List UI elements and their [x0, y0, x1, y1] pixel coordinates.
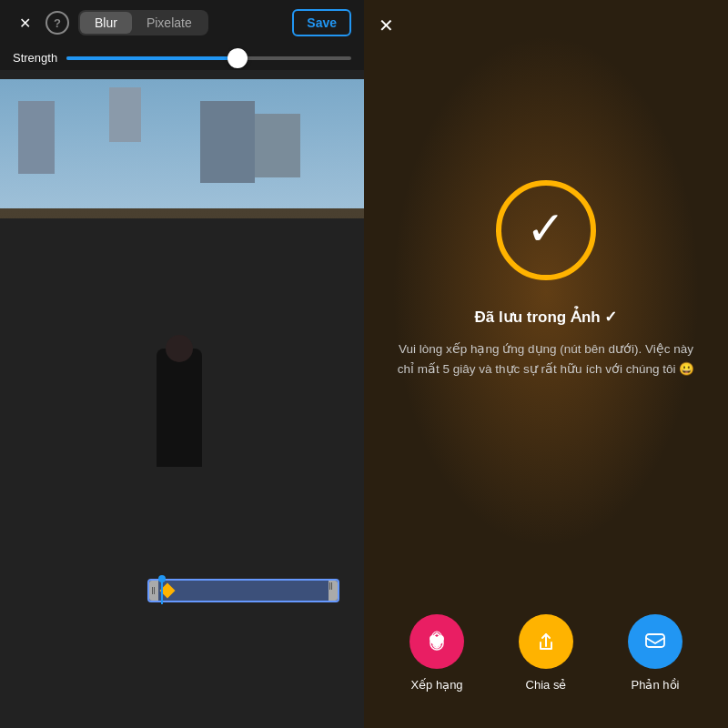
selection-track[interactable] [7, 579, 357, 604]
right-close-button[interactable]: ✕ [379, 15, 394, 36]
checkmark-icon: ✓ [526, 205, 566, 252]
saved-title: Đã lưu trong Ảnh ✓ [475, 308, 618, 327]
right-panel: ✕ ✓ Đã lưu trong Ảnh ✓ Vui lòng xếp hạng… [364, 0, 728, 728]
slider-thumb[interactable] [228, 48, 248, 68]
rate-icon-circle [410, 614, 464, 669]
strength-label: Strength [13, 51, 57, 65]
thumbnails [0, 521, 364, 575]
share-icon-circle [519, 614, 573, 669]
tab-blur[interactable]: Blur [80, 12, 132, 34]
share-button[interactable]: Chia sẻ [519, 614, 573, 692]
selection-handle-right[interactable] [329, 581, 338, 601]
top-bar: ✕ ? Blur Pixelate Save [0, 0, 364, 46]
tab-pixelate[interactable]: Pixelate [132, 12, 207, 34]
success-content: ✓ Đã lưu trong Ảnh ✓ Vui lòng xếp hạng ứ… [364, 0, 728, 596]
thumb-4 [157, 521, 207, 575]
saved-description: Vui lòng xếp hạng ứng dụng (nút bên dưới… [391, 339, 701, 379]
rate-label: Xếp hạng [410, 678, 462, 692]
feedback-button[interactable]: Phản hồi [628, 614, 682, 692]
svg-rect-3 [331, 582, 332, 590]
svg-rect-2 [329, 582, 330, 590]
filter-tabs: Blur Pixelate [78, 10, 208, 35]
help-button[interactable]: ? [46, 11, 69, 35]
selection-handle-left[interactable] [149, 581, 158, 601]
svg-rect-1 [154, 587, 155, 594]
save-button[interactable]: Save [292, 9, 351, 36]
feedback-icon-circle [628, 614, 682, 669]
svg-rect-16 [646, 634, 664, 647]
svg-rect-0 [152, 587, 153, 594]
success-circle: ✓ [496, 180, 596, 280]
strength-slider[interactable] [66, 56, 351, 60]
action-buttons: Xếp hạng Chia sẻ Phản hồi [364, 596, 728, 728]
close-button[interactable]: ✕ [13, 11, 36, 35]
strength-control: Strength [0, 46, 364, 70]
slider-fill [66, 56, 238, 60]
feedback-label: Phản hồi [632, 678, 680, 692]
left-panel: ✕ ? Blur Pixelate Save Strength [0, 0, 364, 728]
playhead [161, 579, 163, 604]
playhead-top [158, 575, 166, 582]
top-bar-left: ✕ ? Blur Pixelate [13, 10, 208, 35]
timeline: 00:16 00:18 00:20 00:22 00:24 00:26 [0, 500, 364, 646]
share-label: Chia sẻ [526, 678, 567, 692]
selection-bar[interactable] [147, 579, 339, 602]
rate-button[interactable]: Xếp hạng [410, 614, 464, 692]
